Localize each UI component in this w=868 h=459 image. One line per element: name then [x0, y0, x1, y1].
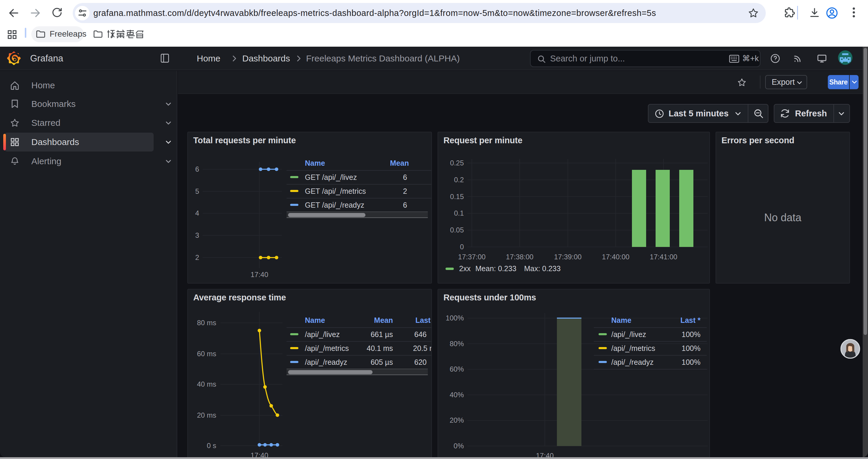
svg-text:0.1: 0.1: [454, 209, 464, 217]
svg-text:0.15: 0.15: [450, 193, 464, 201]
svg-text:17:41:00: 17:41:00: [650, 253, 677, 261]
svg-text:80%: 80%: [450, 340, 464, 348]
svg-text:0.05: 0.05: [450, 226, 464, 234]
svg-text:0.25: 0.25: [450, 159, 464, 167]
svg-text:3: 3: [195, 231, 199, 239]
svg-text:40%: 40%: [450, 391, 464, 399]
svg-text:0 s: 0 s: [207, 441, 216, 450]
svg-text:17:40: 17:40: [536, 452, 554, 457]
svg-text:20%: 20%: [450, 416, 464, 424]
svg-text:0%: 0%: [454, 442, 464, 450]
svg-text:60 ms: 60 ms: [197, 350, 216, 358]
svg-text:60%: 60%: [450, 365, 464, 373]
svg-text:5: 5: [195, 187, 199, 195]
svg-text:80 ms: 80 ms: [197, 319, 216, 327]
svg-text:100%: 100%: [446, 314, 464, 322]
svg-text:17:40:00: 17:40:00: [602, 253, 629, 261]
svg-text:2xx: 2xx: [459, 264, 471, 273]
svg-text:Max: 0.233: Max: 0.233: [524, 264, 561, 273]
svg-text:6: 6: [195, 165, 199, 173]
svg-text:Mean: 0.233: Mean: 0.233: [475, 264, 517, 273]
svg-text:2: 2: [195, 254, 199, 261]
svg-text:0: 0: [460, 243, 464, 251]
svg-text:4: 4: [195, 209, 199, 217]
svg-text:17:38:00: 17:38:00: [506, 253, 533, 261]
svg-text:17:40: 17:40: [251, 451, 268, 457]
svg-text:40 ms: 40 ms: [197, 380, 216, 388]
svg-text:17:37:00: 17:37:00: [458, 253, 486, 261]
svg-text:17:39:00: 17:39:00: [554, 253, 582, 261]
svg-text:0.2: 0.2: [454, 176, 464, 184]
svg-text:20 ms: 20 ms: [197, 411, 216, 419]
svg-text:17:40: 17:40: [251, 270, 268, 278]
